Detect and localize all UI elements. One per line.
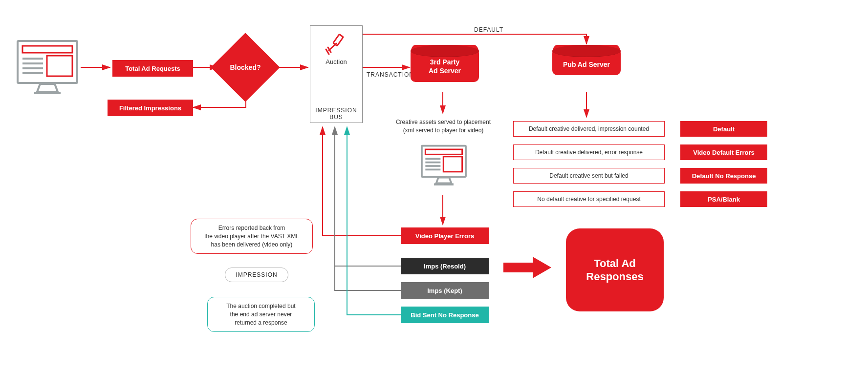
default-sent-failed-label: Default creative sent but failed bbox=[549, 172, 628, 179]
default-tag-box: Default bbox=[680, 121, 767, 137]
auction-label: Auction bbox=[310, 58, 362, 65]
placement-monitor-icon bbox=[420, 142, 467, 192]
default-delivered-counted-box: Default creative delivered, impression c… bbox=[513, 121, 665, 137]
third-party-ad-server-cylinder: 3rd Party Ad Server bbox=[411, 45, 479, 82]
default-no-response-box: Default No Response bbox=[680, 168, 767, 184]
no-default-creative-label: No default creative for specified reques… bbox=[537, 196, 640, 203]
blocked-diamond: Blocked? bbox=[211, 33, 280, 102]
impression-pill-label: IMPRESSION bbox=[236, 271, 277, 278]
transaction-label: TRANSACTION bbox=[367, 71, 414, 78]
total-ad-responses-label: Total Ad Responses bbox=[586, 257, 643, 284]
svg-rect-7 bbox=[503, 263, 533, 272]
default-delivered-error-label: Default creative delivered, error respon… bbox=[535, 149, 643, 156]
total-ad-requests-box: Total Ad Requests bbox=[112, 60, 193, 77]
note-auction-complete: The auction completed but the end ad ser… bbox=[207, 297, 315, 332]
impression-bus-box: Auction IMPRESSION BUS bbox=[310, 25, 363, 123]
svg-rect-21 bbox=[425, 149, 462, 154]
svg-rect-15 bbox=[34, 92, 61, 94]
imps-resold-label: Imps (Resold) bbox=[424, 263, 466, 270]
bid-sent-no-response-label: Bid Sent No Response bbox=[411, 311, 478, 319]
default-sent-failed-box: Default creative sent but failed bbox=[513, 168, 665, 184]
total-ad-responses-box: Total Ad Responses bbox=[566, 228, 664, 311]
default-delivered-error-box: Default creative delivered, error respon… bbox=[513, 144, 665, 160]
impression-bus-label: IMPRESSION BUS bbox=[310, 107, 362, 121]
blocked-label: Blocked? bbox=[221, 43, 270, 92]
impression-pill: IMPRESSION bbox=[225, 268, 288, 282]
bid-sent-no-response-box: Bid Sent No Response bbox=[401, 307, 489, 323]
default-no-response-label: Default No Response bbox=[692, 172, 756, 180]
creative-assets-note: Creative assets served to placement (xml… bbox=[381, 116, 505, 137]
svg-rect-22 bbox=[443, 157, 462, 172]
video-player-errors-box: Video Player Errors bbox=[401, 227, 489, 244]
no-default-creative-box: No default creative for specified reques… bbox=[513, 191, 665, 207]
video-player-errors-label: Video Player Errors bbox=[415, 232, 474, 240]
filtered-impressions-box: Filtered Impressions bbox=[108, 100, 193, 116]
svg-rect-27 bbox=[434, 183, 454, 185]
default-label: DEFAULT bbox=[474, 26, 503, 33]
psa-blank-label: PSA/Blank bbox=[708, 196, 740, 203]
video-default-errors-box: Video Default Errors bbox=[680, 144, 767, 160]
third-party-ad-server-label: 3rd Party Ad Server bbox=[414, 58, 475, 75]
imps-kept-label: Imps (Kept) bbox=[427, 287, 462, 294]
note-video-errors: Errors reported back from the video play… bbox=[191, 219, 313, 254]
total-ad-requests-label: Total Ad Requests bbox=[125, 65, 180, 72]
imps-kept-box: Imps (Kept) bbox=[401, 282, 489, 299]
pub-ad-server-label: Pub Ad Server bbox=[556, 58, 617, 68]
filtered-impressions-label: Filtered Impressions bbox=[119, 104, 181, 112]
default-delivered-counted-label: Default creative delivered, impression c… bbox=[529, 125, 649, 132]
client-monitor-icon bbox=[16, 39, 79, 99]
svg-rect-9 bbox=[22, 46, 72, 53]
video-default-errors-label: Video Default Errors bbox=[693, 149, 754, 156]
default-tag-label: Default bbox=[713, 125, 735, 133]
auction-gavel-icon bbox=[310, 33, 362, 57]
imps-resold-box: Imps (Resold) bbox=[401, 258, 489, 274]
pub-ad-server-cylinder: Pub Ad Server bbox=[552, 45, 621, 75]
svg-rect-10 bbox=[47, 56, 72, 76]
svg-line-17 bbox=[329, 43, 336, 50]
psa-blank-box: PSA/Blank bbox=[680, 191, 767, 207]
